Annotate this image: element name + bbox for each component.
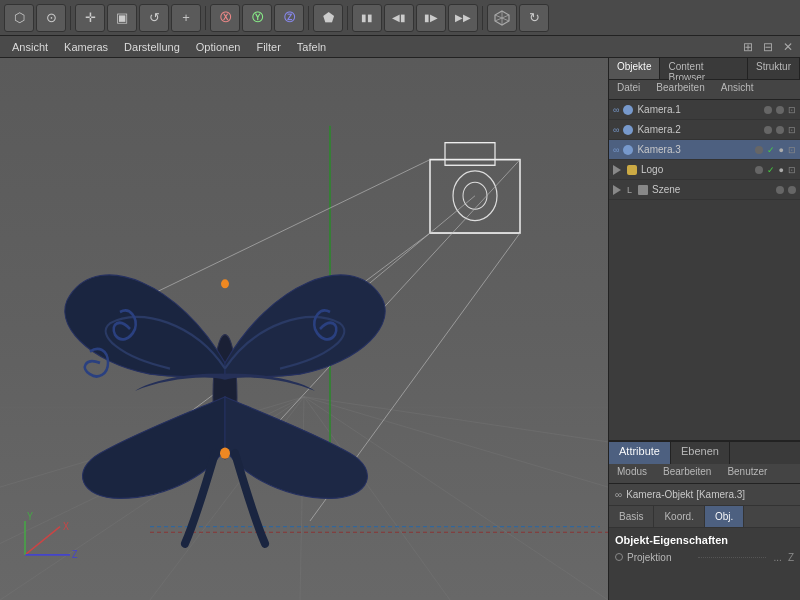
svg-text:X: X bbox=[63, 520, 70, 532]
svg-point-20 bbox=[453, 171, 497, 221]
tool-ring-y[interactable]: Ⓨ bbox=[242, 4, 272, 32]
menu-kameras[interactable]: Kameras bbox=[56, 39, 116, 55]
svg-line-7 bbox=[300, 397, 304, 600]
tool-film2[interactable]: ◀▮ bbox=[384, 4, 414, 32]
obj-szene-dot1 bbox=[776, 186, 784, 194]
bottom-nav-tabs: Basis Koord. Obj. bbox=[609, 506, 800, 528]
bnav-basis[interactable]: Basis bbox=[609, 506, 654, 527]
bsub-modus[interactable]: Modus bbox=[609, 464, 655, 483]
tool-shape[interactable]: ⬟ bbox=[313, 4, 343, 32]
btm-tab-ebenen[interactable]: Ebenen bbox=[671, 442, 730, 464]
subtab-datei[interactable]: Datei bbox=[609, 80, 648, 99]
bnav-koord[interactable]: Koord. bbox=[654, 506, 704, 527]
tool-film4[interactable]: ▶▶ bbox=[448, 4, 478, 32]
bnav-obj[interactable]: Obj. bbox=[705, 506, 744, 527]
obj-kamera1[interactable]: ∞ Kamera.1 ⊡ bbox=[609, 100, 800, 120]
tool-ring-z[interactable]: Ⓩ bbox=[274, 4, 304, 32]
menu-ansicht[interactable]: Ansicht bbox=[4, 39, 56, 55]
tool-cursor[interactable]: ⬡ bbox=[4, 4, 34, 32]
tab-struktur[interactable]: Struktur bbox=[748, 58, 800, 79]
separator-4 bbox=[347, 6, 348, 30]
bsub-benutzer[interactable]: Benutzer bbox=[719, 464, 775, 483]
separator-1 bbox=[70, 6, 71, 30]
btm-tab-attribute[interactable]: Attribute bbox=[609, 442, 671, 464]
svg-point-29 bbox=[221, 279, 229, 288]
svg-line-5 bbox=[0, 397, 304, 600]
main-area: Zentralperspektive bbox=[0, 58, 800, 600]
menu-tafeln[interactable]: Tafeln bbox=[289, 39, 334, 55]
obj-szene-name: Szene bbox=[652, 184, 772, 195]
viewport-canvas: X Z Y bbox=[0, 58, 608, 600]
projektion-label: Projektion bbox=[627, 552, 694, 563]
obj-kamera2-dot1 bbox=[764, 126, 772, 134]
menu-filter[interactable]: Filter bbox=[248, 39, 288, 55]
viewport-icon-3[interactable]: ✕ bbox=[780, 39, 796, 55]
svg-line-8 bbox=[304, 397, 450, 600]
obj-logo-dot1 bbox=[755, 166, 763, 174]
svg-rect-19 bbox=[445, 143, 495, 166]
tool-film3[interactable]: ▮▶ bbox=[416, 4, 446, 32]
camera-object-label: Kamera-Objekt [Kamera.3] bbox=[626, 489, 745, 500]
svg-line-10 bbox=[0, 397, 304, 487]
tool-film1[interactable]: ▮▮ bbox=[352, 4, 382, 32]
svg-line-13 bbox=[0, 397, 304, 544]
prop-row-projektion: Projektion ... Z bbox=[615, 548, 794, 566]
obj-kamera1-dot2 bbox=[776, 106, 784, 114]
menu-darstellung[interactable]: Darstellung bbox=[116, 39, 188, 55]
menu-optionen[interactable]: Optionen bbox=[188, 39, 249, 55]
svg-line-12 bbox=[304, 397, 608, 442]
obj-kamera3-name: Kamera.3 bbox=[637, 144, 750, 155]
bottom-panel: Attribute Ebenen Modus Bearbeiten Benutz… bbox=[609, 440, 800, 600]
projektion-radio[interactable] bbox=[615, 553, 623, 561]
obj-kamera2-dot2 bbox=[776, 126, 784, 134]
svg-line-9 bbox=[304, 397, 608, 600]
svg-line-26 bbox=[260, 196, 475, 374]
svg-line-30 bbox=[25, 527, 60, 555]
tool-rotate2[interactable]: ↻ bbox=[519, 4, 549, 32]
viewport-icon-2[interactable]: ⊟ bbox=[760, 39, 776, 55]
menu-bar: Ansicht Kameras Darstellung Optionen Fil… bbox=[0, 36, 800, 58]
obj-szene[interactable]: L Szene bbox=[609, 180, 800, 200]
tool-scale[interactable]: ▣ bbox=[107, 4, 137, 32]
logo-expand-icon bbox=[613, 165, 621, 175]
viewport[interactable]: Zentralperspektive bbox=[0, 58, 608, 600]
svg-line-23 bbox=[260, 160, 520, 442]
svg-line-22 bbox=[150, 160, 430, 296]
tab-objekte[interactable]: Objekte bbox=[609, 58, 660, 79]
obj-kamera1-name: Kamera.1 bbox=[637, 104, 760, 115]
obj-kamera2-name: Kamera.2 bbox=[637, 124, 760, 135]
svg-point-21 bbox=[463, 182, 487, 209]
tool-move[interactable]: ✛ bbox=[75, 4, 105, 32]
svg-line-6 bbox=[150, 397, 304, 600]
tab-content-browser[interactable]: Content Browser bbox=[660, 58, 748, 79]
viewport-icon-1[interactable]: ⊞ bbox=[740, 39, 756, 55]
main-toolbar: ⬡ ⊙ ✛ ▣ ↺ + Ⓧ Ⓨ Ⓩ ⬟ ▮▮ ◀▮ ▮▶ ▶▶ ↻ bbox=[0, 0, 800, 36]
svg-point-27 bbox=[213, 335, 237, 459]
bottom-sub-tabs: Modus Bearbeiten Benutzer bbox=[609, 464, 800, 484]
tool-rotate[interactable]: ↺ bbox=[139, 4, 169, 32]
separator-3 bbox=[308, 6, 309, 30]
bsub-bearbeiten[interactable]: Bearbeiten bbox=[655, 464, 719, 483]
svg-line-11 bbox=[304, 397, 608, 487]
obj-logo-name: Logo bbox=[641, 164, 751, 175]
obj-properties: Objekt-Eigenschaften Projektion ... Z bbox=[609, 528, 800, 600]
scene-svg: X Z Y bbox=[0, 58, 608, 600]
tool-ring-x[interactable]: Ⓧ bbox=[210, 4, 240, 32]
tool-select[interactable]: ⊙ bbox=[36, 4, 66, 32]
tool-perspective[interactable] bbox=[487, 4, 517, 32]
subtab-ansicht[interactable]: Ansicht bbox=[713, 80, 762, 99]
obj-kamera1-dot1 bbox=[764, 106, 772, 114]
camera-label-row: ∞ Kamera-Objekt [Kamera.3] bbox=[609, 484, 800, 506]
obj-kamera2[interactable]: ∞ Kamera.2 ⊡ bbox=[609, 120, 800, 140]
projektion-line bbox=[698, 557, 765, 558]
svg-rect-18 bbox=[430, 160, 520, 233]
tool-add[interactable]: + bbox=[171, 4, 201, 32]
obj-logo[interactable]: Logo ✓ ● ⊡ bbox=[609, 160, 800, 180]
obj-szene-dot2 bbox=[788, 186, 796, 194]
svg-text:Y: Y bbox=[27, 510, 34, 522]
svg-line-24 bbox=[150, 233, 430, 442]
szene-expand-icon bbox=[613, 185, 621, 195]
subtab-bearbeiten[interactable]: Bearbeiten bbox=[648, 80, 712, 99]
obj-kamera3[interactable]: ∞ Kamera.3 ✓ ● ⊡ bbox=[609, 140, 800, 160]
top-tabs: Objekte Content Browser Struktur bbox=[609, 58, 800, 80]
